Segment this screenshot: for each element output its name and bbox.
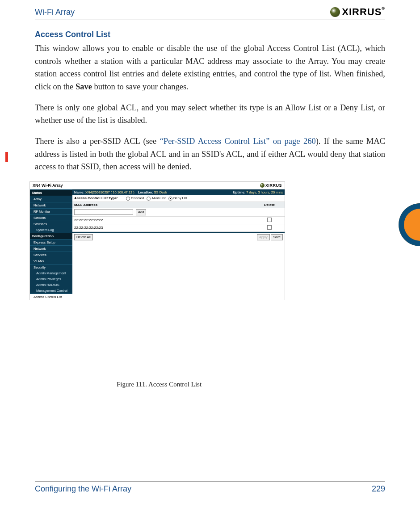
page-header: Wi-Fi Array XIRRUS® <box>35 6 385 20</box>
cross-ref-link[interactable]: “Per-SSID Access Control List” on page 2… <box>160 137 316 146</box>
header-title: Wi-Fi Array <box>35 8 75 17</box>
ss-logo-orb-icon <box>260 183 265 188</box>
paragraph-1: This window allows you to enable or disa… <box>35 42 385 93</box>
ss-side-admin-radius[interactable]: Admin RADIUS <box>30 282 72 288</box>
logo-orb-icon <box>330 7 340 17</box>
ss-info-bar: Name: XN4(200810207 ( 10.100.47.12 ) Loc… <box>72 189 285 195</box>
brand-name: XIRRUS® <box>342 6 385 18</box>
ss-side-array[interactable]: Array <box>30 196 72 202</box>
ss-actions-row: Delete All Apply Save <box>72 232 285 242</box>
ss-side-security[interactable]: Security <box>30 264 72 270</box>
ss-table-header: MAC Address Delete <box>72 202 285 208</box>
change-bar-icon <box>5 152 8 162</box>
ss-side-mgmt-ctrl[interactable]: Management Control <box>30 288 72 294</box>
ss-side-network[interactable]: Network <box>30 202 72 208</box>
ss-window-title: XN4 Wi-Fi Array <box>33 183 63 188</box>
ss-add-row: Add <box>72 208 285 217</box>
ss-col-mac: MAC Address <box>74 203 253 207</box>
ss-side-vlans[interactable]: VLANs <box>30 258 72 264</box>
ss-side-config: Configuration <box>30 233 72 239</box>
ss-side-syslog[interactable]: System Log <box>30 227 72 233</box>
ss-add-button[interactable]: Add <box>136 209 146 215</box>
footer-section: Configuring the Wi-Fi Array <box>35 484 131 494</box>
ss-row-1: 22:22:22:22:22:22 <box>72 217 285 224</box>
ss-apply-button[interactable]: Apply <box>257 234 270 240</box>
ss-side-services[interactable]: Services <box>30 252 72 258</box>
ss-side-stations[interactable]: Stations <box>30 214 72 221</box>
ss-side-express[interactable]: Express Setup <box>30 239 72 245</box>
ss-save-button[interactable]: Save <box>271 234 283 240</box>
ss-row-2: 22:22:22:22:22:23 <box>72 224 285 232</box>
page-footer: Configuring the Wi-Fi Array 229 <box>35 481 385 494</box>
ss-acl-type-row: Access Control List Type: Disabled Allow… <box>72 195 285 202</box>
ss-sidebar: Status Array Network RF Monitor Stations… <box>30 189 72 300</box>
ss-delete-check-2[interactable] <box>267 225 272 230</box>
paragraph-2: There is only one global ACL, and you ma… <box>35 101 385 127</box>
ss-side-rf[interactable]: RF Monitor <box>30 208 72 214</box>
ss-delete-check-1[interactable] <box>267 218 272 222</box>
figure-screenshot: XN4 Wi-Fi Array XIRRUS Status Array Netw… <box>29 181 289 388</box>
ss-side-status: Status <box>30 189 72 196</box>
side-tab-icon <box>394 203 420 246</box>
ss-side-acl[interactable]: Access Control List <box>30 294 72 300</box>
ss-brand-logo: XIRRUS <box>260 183 282 188</box>
ss-side-admin-mgmt[interactable]: Admin Management <box>30 270 72 276</box>
ss-radio-deny[interactable]: Deny List <box>168 196 187 201</box>
ss-radio-allow[interactable]: Allow List <box>147 196 166 201</box>
paragraph-3: There is also a per-SSID ACL (see “Per-S… <box>35 135 385 173</box>
ss-mac-input[interactable] <box>74 209 133 215</box>
ss-side-stats[interactable]: Statistics <box>30 221 72 227</box>
ss-radio-disabled[interactable]: Disabled <box>126 196 144 201</box>
ss-side-admin-priv[interactable]: Admin Privileges <box>30 276 72 282</box>
ss-col-delete: Delete <box>256 203 283 207</box>
footer-page-number: 229 <box>372 484 385 494</box>
brand-logo: XIRRUS® <box>330 6 385 18</box>
section-heading: Access Control List <box>35 30 385 39</box>
ss-delete-all-button[interactable]: Delete All <box>74 234 93 240</box>
ss-side-net2[interactable]: Network <box>30 245 72 252</box>
figure-caption: Figure 111. Access Control List <box>29 381 289 388</box>
